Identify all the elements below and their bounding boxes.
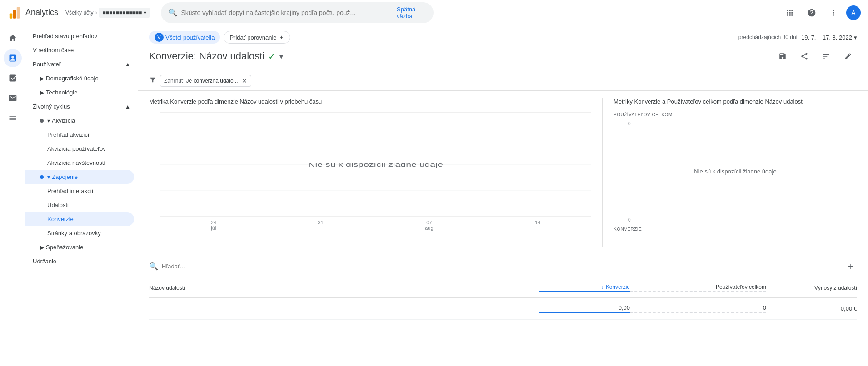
nav-section-zivotny[interactable]: Životný cyklus ▲ [25,99,138,114]
nav-item-zapojenie[interactable]: ▾ Zapojenie [25,170,134,184]
add-compare-button[interactable]: Pridať porovnanie ＋ [224,31,290,44]
table-header: Názov udalosti ↓ Konverzie Používateľov … [149,278,857,298]
breadcrumb-arrow-icon: › [95,10,97,16]
x-label-24jul: 24júl [211,220,216,231]
compare-icon [822,52,830,60]
nav-item-technologie[interactable]: ▶ Technológie [25,85,134,99]
nav-item-vRealnom[interactable]: V reálnom čase [25,43,134,57]
filter-row: Zahrňúť Je konverzná udalo... ✕ [138,71,868,91]
user-filter-row: V Všetci používatelia Pridať porovnanie … [149,31,857,44]
sidebar-item-explore[interactable] [4,69,22,87]
cell-users: 0 [630,304,766,313]
nav-arrow-akvizicia-icon: ▾ [47,118,50,124]
title-dropdown-icon[interactable]: ▾ [279,52,283,61]
svg-text:0: 0 [628,218,631,223]
more-icon [829,8,838,17]
nav-item-konverzie[interactable]: Konverzie [25,212,134,226]
chart-left-area: Nie sú k dispozícii žiadne údaje 24júl 3… [149,112,591,231]
nav-label-spenazovanie: Speňažovanie [46,244,83,251]
x-label-07aug: 07aug [425,220,433,231]
conversions-value: 0,00 [619,304,630,311]
col-sort-down-icon: ↓ [601,284,604,290]
filter-icon [149,76,156,85]
nav-item-prehladStavu[interactable]: Prehľad stavu prehľadov [25,29,134,43]
nav-item-spenazovanie[interactable]: ▶ Speňažovanie [25,240,134,254]
svg-rect-1 [13,10,16,18]
nav-item-akviziNav[interactable]: Akvizícia návštevností [25,156,134,170]
x-label-31: 31 [318,220,323,231]
charts-area: Metrika Konverzie podľa dimenzie Názov u… [138,91,868,254]
date-range-area: predchádzajúcich 30 dní 19. 7. – 17. 8. … [738,34,857,41]
nav-item-prehladAkv[interactable]: Prehľad akvizícií [25,128,134,142]
col-header-users[interactable]: Používateľov celkom [630,284,766,292]
chart-svg-container: Nie sú k dispozícii žiadne údaje 24júl 3… [160,112,591,231]
col-event-name-label: Názov udalosti [149,285,185,291]
col-header-revenue: Výnosy z udalostí [766,285,857,291]
search-input[interactable] [181,9,393,16]
sidebar-item-home[interactable] [4,29,22,47]
save-report-button[interactable] [773,47,792,65]
x-label-14: 14 [535,220,540,231]
page-title: Konverzie: Názov udalosti ✓ ▾ [149,50,283,62]
y-axis-left [149,112,160,218]
col-users-label: Používateľov celkom [716,284,766,290]
sidebar-item-reports[interactable] [4,49,22,67]
topbar-actions: A [781,4,861,22]
svg-text:Nie sú k dispozícii žiadne úda: Nie sú k dispozícii žiadne údaje [308,161,443,168]
nav-label-konverzie: Konverzie [47,216,74,223]
help-button[interactable] [803,4,821,22]
app-title: Analytics [25,8,58,17]
sidebar-item-configure[interactable] [4,109,22,127]
apps-button[interactable] [781,4,799,22]
table-area: 🔍 ＋ Názov udalosti ↓ Konverzie Používate… [138,254,868,320]
col-conversions-label: Konverzie [606,284,630,290]
nav-item-akvizicia[interactable]: ▾ Akvizícia [25,114,134,128]
col-header-conversions[interactable]: ↓ Konverzie [539,284,630,292]
nav-label-udrzba: Udržanie [33,258,56,265]
chart-left: Metrika Konverzie podľa dimenzie Názov u… [149,98,603,247]
nav-label-prehladAkv: Prehľad akvizícií [47,131,91,138]
account-selector[interactable]: ■■■■■■■■■■■■ ▾ [99,8,150,18]
sidebar-nav: Prehľad stavu prehľadov V reálnom čase P… [25,25,138,366]
nav-label-vRealnom: V reálnom čase [33,47,74,54]
chart-left-title: Metrika Konverzie podľa dimenzie Názov u… [149,98,591,105]
table-search-input[interactable] [162,263,841,270]
nav-item-akviziUz[interactable]: Akvizícia používateľov [25,142,134,156]
sidebar-item-advertising[interactable] [4,89,22,107]
apps-icon [785,8,794,17]
nav-item-stranky[interactable]: Stránky a obrazovky [25,226,134,240]
compare-button[interactable] [817,47,835,65]
table-search-icon: 🔍 [149,262,158,271]
table-add-plus-icon: ＋ [846,259,856,273]
avatar[interactable]: A [846,5,861,20]
search-hint-link[interactable]: Spätná väzba [397,6,426,20]
cell-revenue: 0,00 € [766,305,857,312]
add-compare-label: Pridať porovnanie [229,34,276,41]
users-value: 0 [763,304,766,311]
nav-section-uzivatel[interactable]: Používateľ ▲ [25,57,138,71]
nav-label-uzivatel: Používateľ [33,61,61,68]
share-button[interactable] [795,47,813,65]
nav-label-akvizicia: Akvizícia [52,117,75,124]
nav-label-zivotny: Životný cyklus [33,103,70,110]
nav-item-udrzba[interactable]: Udržanie [25,254,134,268]
nav-chevron-uzivatel-icon: ▲ [125,61,130,68]
cell-conversions: 0,00 [539,304,630,313]
search-bar[interactable]: 🔍 Spätná väzba [161,2,434,23]
nav-item-prehladInt[interactable]: Prehľad interakcií [25,184,134,198]
date-range-button[interactable]: 19. 7. – 17. 8. 2022 ▾ [801,34,857,41]
nav-label-akviziNav: Akvizícia návštevností [47,159,105,166]
nav-label-zapojenie: Zapojenie [52,173,78,180]
user-filter-chip[interactable]: V Všetci používatelia [149,31,220,44]
table-add-button[interactable]: ＋ [844,260,857,272]
sidebar-icons [0,25,25,366]
svg-rect-2 [17,7,20,19]
more-options-button[interactable] [824,4,843,22]
filter-chip-close-icon[interactable]: ✕ [242,77,247,84]
user-chip-icon: V [155,33,164,42]
nav-item-demograficke[interactable]: ▶ Demografické údaje [25,71,134,85]
edit-button[interactable] [839,47,857,65]
nav-item-udalosti[interactable]: Udalosti [25,198,134,212]
filter-chip[interactable]: Zahrňúť Je konverzná udalo... ✕ [160,75,251,87]
breadcrumb-all-accounts[interactable]: Všetky účty [65,10,93,16]
